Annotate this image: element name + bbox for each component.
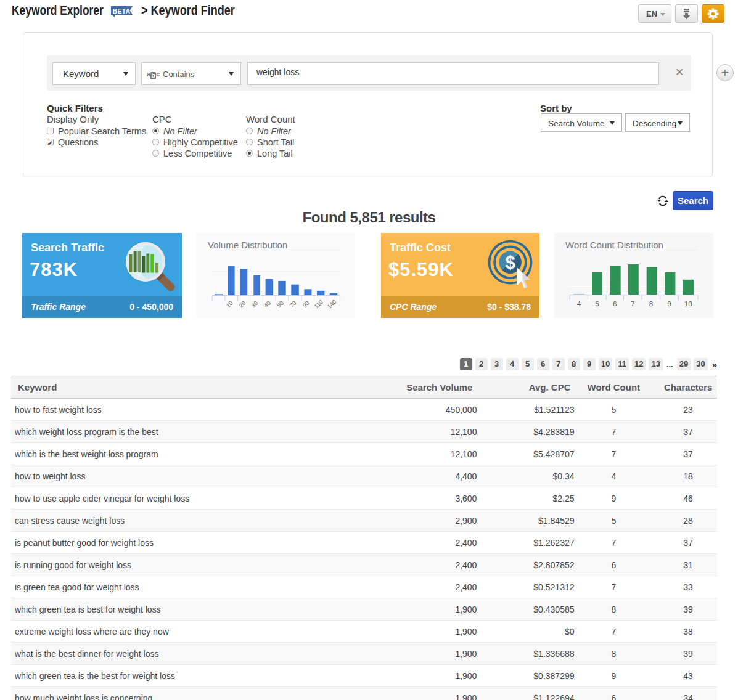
svg-text:9: 9	[667, 300, 671, 307]
svg-text:8: 8	[649, 300, 653, 307]
svg-text:70: 70	[288, 299, 297, 309]
svg-text:90: 90	[301, 299, 310, 309]
svg-text:4: 4	[577, 300, 581, 307]
svg-text:50: 50	[276, 299, 285, 309]
svg-text:BETA: BETA	[113, 7, 131, 15]
svg-text:30: 30	[250, 299, 259, 309]
svg-text:110: 110	[313, 298, 324, 309]
svg-text:6: 6	[613, 300, 617, 307]
svg-text:10: 10	[684, 300, 692, 307]
svg-text:20: 20	[237, 299, 247, 309]
svg-text:5: 5	[595, 300, 599, 307]
svg-text:140: 140	[326, 298, 337, 310]
svg-text:40: 40	[263, 299, 272, 309]
svg-text:$: $	[505, 252, 515, 272]
svg-text:10: 10	[224, 299, 234, 309]
svg-text:7: 7	[631, 300, 634, 307]
